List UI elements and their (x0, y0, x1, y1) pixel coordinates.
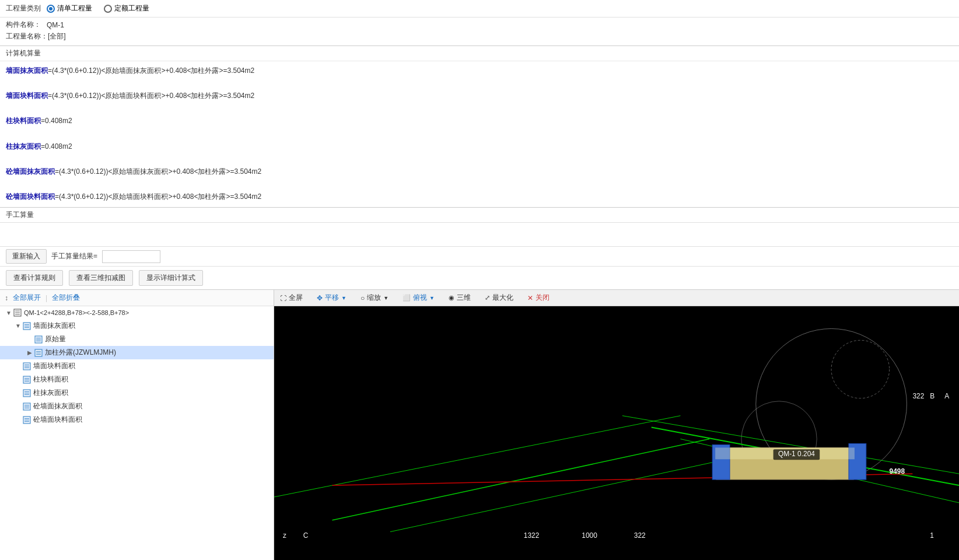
tree-icon-col-plaster (22, 388, 32, 398)
project-value: [全部] (48, 32, 66, 41)
tree-item-col-extra[interactable]: ▶ 加柱外露(JZWLMJMH) (0, 346, 274, 359)
radio-group: 清单工程量 定额工程量 (47, 4, 149, 13)
svg-text:322: 322 (912, 392, 924, 400)
tree-toggle-col-plaster (14, 389, 22, 397)
component-row: 构件名称： QM-1 (6, 20, 953, 30)
tree-icon-concrete-tile (22, 415, 32, 425)
tree-label-col-plaster: 柱抹灰面积 (33, 388, 68, 398)
manual-input-area[interactable] (0, 223, 959, 246)
component-label: 构件名称： (6, 20, 47, 30)
view-calc-rules-btn[interactable]: 查看计算规则 (6, 270, 63, 286)
tree-label-concrete-plaster: 砼墙面抹灰面积 (33, 401, 82, 411)
component-value: QM-1 (47, 21, 64, 29)
tree-toggle-root[interactable]: ▼ (5, 309, 13, 317)
radio-dinge-label: 定额工程量 (114, 4, 149, 13)
svg-text:z: z (283, 531, 286, 540)
calc-wall-tile-label: 墙面块料面积 (6, 92, 48, 100)
reinput-button[interactable]: 重新输入 (6, 249, 47, 264)
calc-line-3: 柱块料面积=0.408m2 (6, 115, 953, 128)
calc-concrete-tile-formula: =(4.3*(0.6+0.12))<原始墙面块料面积>+0.408<加柱外露>=… (55, 192, 261, 201)
tree-item-concrete-plaster[interactable]: 砼墙面抹灰面积 (0, 400, 274, 413)
tree-item-wall-plaster[interactable]: ▼ 墙面抹灰面积 (0, 319, 274, 332)
tree-label-wall-tile: 墙面块料面积 (33, 361, 75, 371)
tree-item-original[interactable]: 原始量 (0, 332, 274, 346)
close-label: 关闭 (536, 293, 550, 303)
tree-item-col-plaster[interactable]: 柱抹灰面积 (0, 386, 274, 400)
3d-icon: ◉ (449, 294, 454, 302)
calc-line-6: 砼墙面块料面积=(4.3*(0.6+0.12))<原始墙面块料面积>+0.408… (6, 191, 953, 204)
manual-header: 手工算量 (0, 208, 959, 223)
show-detail-calc-btn[interactable]: 显示详细计算式 (139, 270, 203, 286)
calc-header: 计算机算量 (0, 46, 959, 61)
toolbar-sep: | (46, 294, 47, 302)
view-3d-deduction-btn[interactable]: 查看三维扣减图 (69, 270, 133, 286)
calc-line-4: 柱抹灰面积=0.408m2 (6, 141, 953, 153)
tree-label-root: QM-1<2+4288,B+78><-2-588,B+78> (24, 309, 129, 316)
manual-input[interactable] (6, 226, 953, 240)
pan-label: 平移 (325, 293, 339, 303)
tree-toggle-col-extra[interactable]: ▶ (26, 349, 34, 357)
radio-dinge[interactable]: 定额工程量 (104, 4, 149, 13)
tree-icon-root (13, 308, 22, 317)
top-view-btn[interactable]: ⬜ 俯视 ▼ (402, 293, 435, 303)
3d-btn[interactable]: ◉ 三维 (449, 293, 471, 303)
pan-icon: ✥ (317, 294, 323, 302)
expand-all-btn[interactable]: 全部展开 (13, 293, 41, 303)
manual-result-row: 重新输入 手工算量结果= (0, 246, 959, 266)
calc-concrete-plaster-formula: =(4.3*(0.6+0.12))<原始墙面抹灰面积>+0.408<加柱外露>=… (55, 167, 261, 176)
tree-toggle-concrete-tile (14, 416, 22, 424)
main-container: 工程量类别 清单工程量 定额工程量 构件名称： QM-1 工程量名称： [全部] (0, 0, 959, 560)
close-btn[interactable]: ✕ 关闭 (527, 293, 550, 303)
scene-svg: QM-1 0.204 C 1322 1000 322 1 322 B A (274, 306, 959, 560)
fullscreen-icon: ⛶ (280, 295, 286, 302)
calc-col-plaster-formula: =0.408m2 (41, 142, 72, 150)
pan-btn[interactable]: ✥ 平移 ▼ (317, 293, 346, 303)
tree-icon-col-extra (34, 348, 43, 358)
fullscreen-label: 全屏 (289, 293, 303, 303)
result-label: 手工算量结果= (51, 251, 97, 261)
tree-toggle-wall-plaster[interactable]: ▼ (14, 322, 22, 330)
svg-text:322: 322 (634, 531, 646, 540)
calc-wall-tile-formula: =(4.3*(0.6+0.12))<原始墙面块料面积>+0.408<加柱外露>=… (48, 92, 254, 100)
calc-content: 墙面抹灰面积=(4.3*(0.6+0.12))<原始墙面抹灰面积>+0.408<… (0, 61, 959, 207)
tree-item-concrete-tile[interactable]: 砼墙面块料面积 (0, 413, 274, 426)
maximize-label: 最大化 (492, 293, 513, 303)
calc-line-2: 墙面块料面积=(4.3*(0.6+0.12))<原始墙面块料面积>+0.408<… (6, 90, 953, 103)
svg-text:9498: 9498 (890, 467, 905, 475)
tree-item-root[interactable]: ▼ QM-1<2+4288,B+78><-2-588,B+78> (0, 306, 274, 319)
calc-concrete-tile-label: 砼墙面块料面积 (6, 192, 55, 201)
collapse-all-btn[interactable]: 全部折叠 (52, 293, 80, 303)
tree-content: ▼ QM-1<2+4288,B+78><-2-588,B+78> ▼ 墙面抹灰面… (0, 306, 274, 560)
zoom-label: 缩放 (367, 293, 381, 303)
tree-toggle-concrete-plaster (14, 402, 22, 411)
calc-line-1: 墙面抹灰面积=(4.3*(0.6+0.12))<原始墙面抹灰面积>+0.408<… (6, 65, 953, 78)
info-rows: 构件名称： QM-1 工程量名称： [全部] (0, 18, 959, 46)
svg-text:1322: 1322 (524, 531, 540, 540)
calc-section: 计算机算量 墙面抹灰面积=(4.3*(0.6+0.12))<原始墙面抹灰面积>+… (0, 46, 959, 208)
svg-text:1000: 1000 (582, 531, 597, 540)
maximize-icon: ⤢ (485, 294, 490, 302)
tree-panel: ↕ 全部展开 | 全部折叠 ▼ QM-1<2+4288,B+78><-2-588… (0, 290, 274, 560)
type-label: 工程量类别 (6, 4, 41, 13)
action-row: 查看计算规则 查看三维扣减图 显示详细计算式 (0, 266, 959, 289)
calc-line-5: 砼墙面抹灰面积=(4.3*(0.6+0.12))<原始墙面抹灰面积>+0.408… (6, 166, 953, 178)
tree-label-concrete-tile: 砼墙面块料面积 (33, 415, 82, 425)
type-row: 工程量类别 清单工程量 定额工程量 (0, 0, 959, 18)
radio-qingdan[interactable]: 清单工程量 (47, 4, 92, 13)
tree-toggle-original (26, 335, 34, 344)
maximize-btn[interactable]: ⤢ 最大化 (485, 293, 513, 303)
tree-item-wall-tile[interactable]: 墙面块料面积 (0, 359, 274, 373)
view-canvas[interactable]: QM-1 0.204 C 1322 1000 322 1 322 B A (274, 306, 959, 560)
fullscreen-btn[interactable]: ⛶ 全屏 (280, 293, 303, 303)
bottom-section: ↕ 全部展开 | 全部折叠 ▼ QM-1<2+4288,B+78><-2-588… (0, 290, 959, 560)
zoom-btn[interactable]: ○ 缩放 ▼ (360, 293, 388, 303)
tree-item-col-tile[interactable]: 柱块料面积 (0, 373, 274, 386)
svg-text:A: A (944, 392, 949, 400)
tree-toggle-wall-tile (14, 362, 22, 370)
expand-icon: ↕ (5, 294, 8, 302)
result-input[interactable] (102, 250, 160, 263)
calc-wall-plaster-formula: =(4.3*(0.6+0.12))<原始墙面抹灰面积>+0.408<加柱外露>=… (48, 66, 254, 75)
pan-dropdown-icon: ▼ (341, 295, 346, 301)
tree-label-wall-plaster: 墙面抹灰面积 (33, 321, 75, 331)
radio-circle-qingdan (47, 5, 55, 13)
